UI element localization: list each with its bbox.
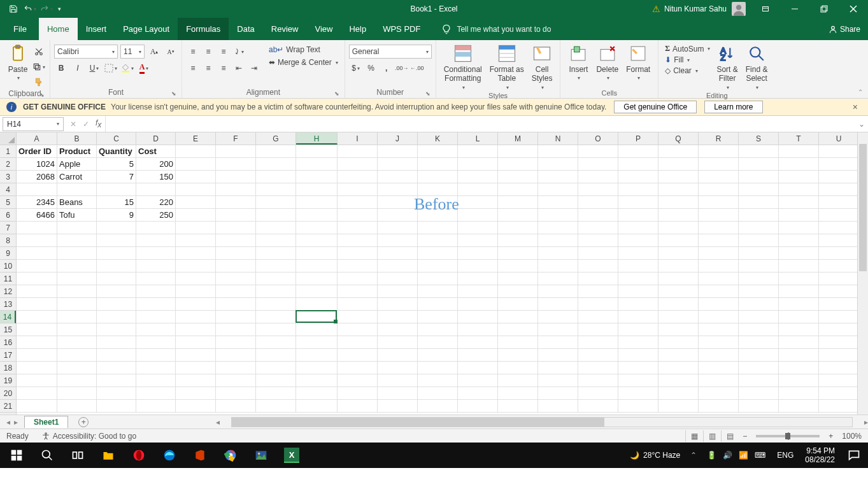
cell-Q1[interactable]: [658, 145, 699, 158]
column-header-K[interactable]: K: [418, 132, 458, 145]
column-header-U[interactable]: U: [819, 132, 859, 145]
enter-formula-button[interactable]: ✓: [83, 120, 89, 129]
cell-P10[interactable]: [618, 260, 658, 273]
cell-C5[interactable]: 15: [97, 196, 136, 209]
cell-E16[interactable]: [176, 336, 216, 349]
cell-S1[interactable]: [739, 145, 779, 158]
weather-widget[interactable]: 🌙 28°C Haze: [623, 451, 687, 460]
cell-J9[interactable]: [378, 247, 418, 260]
cell-D16[interactable]: [136, 336, 176, 349]
cell-P19[interactable]: [618, 374, 658, 387]
column-header-B[interactable]: B: [57, 132, 97, 145]
cell-R1[interactable]: [699, 145, 739, 158]
format-cells-button[interactable]: Format▾: [622, 42, 654, 83]
cell-M17[interactable]: [498, 349, 538, 362]
paste-button[interactable]: Paste▾: [4, 42, 32, 83]
cell-T14[interactable]: [779, 311, 819, 323]
cell-O7[interactable]: [578, 222, 618, 234]
cell-E2[interactable]: [176, 158, 216, 171]
cell-L19[interactable]: [458, 374, 498, 387]
delete-cells-button[interactable]: Delete▾: [592, 42, 622, 83]
cell-C18[interactable]: [97, 362, 136, 374]
cell-T19[interactable]: [779, 374, 819, 387]
increase-decimal-button[interactable]: .00→: [395, 61, 409, 75]
cell-K2[interactable]: [418, 158, 458, 171]
cell-K15[interactable]: [418, 323, 458, 336]
cell-B3[interactable]: Carrot: [57, 171, 97, 183]
cell-Q15[interactable]: [658, 323, 699, 336]
row-header-15[interactable]: 15: [0, 323, 16, 336]
cell-H4[interactable]: [296, 183, 338, 196]
cell-G20[interactable]: [256, 387, 296, 400]
cell-B17[interactable]: [57, 349, 97, 362]
cell-M11[interactable]: [498, 273, 538, 285]
cell-M8[interactable]: [498, 234, 538, 247]
cell-N5[interactable]: [538, 196, 578, 209]
collapse-ribbon-button[interactable]: ⌃: [858, 89, 863, 96]
cell-F10[interactable]: [216, 260, 256, 273]
cell-B2[interactable]: Apple: [57, 158, 97, 171]
percent-button[interactable]: %: [364, 61, 378, 75]
cell-A2[interactable]: 1024: [17, 158, 57, 171]
row-header-2[interactable]: 2: [0, 158, 16, 171]
cell-S11[interactable]: [739, 273, 779, 285]
cell-T9[interactable]: [779, 247, 819, 260]
cell-N7[interactable]: [538, 222, 578, 234]
cell-J10[interactable]: [378, 260, 418, 273]
cell-U7[interactable]: [819, 222, 859, 234]
clipboard-launcher[interactable]: ⬊: [39, 92, 45, 98]
font-launcher[interactable]: ⬊: [171, 90, 176, 97]
cell-A17[interactable]: [17, 349, 57, 362]
cell-J16[interactable]: [378, 336, 418, 349]
cell-F3[interactable]: [216, 171, 256, 183]
cell-E15[interactable]: [176, 323, 216, 336]
cell-T17[interactable]: [779, 349, 819, 362]
cell-B4[interactable]: [57, 183, 97, 196]
cell-D17[interactable]: [136, 349, 176, 362]
cell-R4[interactable]: [699, 183, 739, 196]
file-explorer-button[interactable]: [93, 443, 124, 468]
cell-Q2[interactable]: [658, 158, 699, 171]
keyboard-icon[interactable]: ⌨: [755, 451, 765, 460]
cell-E9[interactable]: [176, 247, 216, 260]
cell-R6[interactable]: [699, 209, 739, 222]
cell-U21[interactable]: [819, 400, 859, 413]
cell-I8[interactable]: [338, 234, 378, 247]
cell-O19[interactable]: [578, 374, 618, 387]
cell-S2[interactable]: [739, 158, 779, 171]
cell-R11[interactable]: [699, 273, 739, 285]
tab-help[interactable]: Help: [341, 18, 374, 40]
cell-Q7[interactable]: [658, 222, 699, 234]
close-button[interactable]: [839, 0, 868, 18]
cell-C9[interactable]: [97, 247, 136, 260]
cell-O14[interactable]: [578, 311, 618, 323]
cell-N21[interactable]: [538, 400, 578, 413]
cell-Q19[interactable]: [658, 374, 699, 387]
page-layout-view-button[interactable]: ▥: [703, 430, 721, 442]
column-header-H[interactable]: H: [296, 132, 338, 145]
cell-C13[interactable]: [97, 298, 136, 311]
opera-button[interactable]: [124, 443, 154, 468]
cell-A10[interactable]: [17, 260, 57, 273]
orientation-button[interactable]: ⤸▾: [232, 45, 246, 59]
cell-D14[interactable]: [136, 311, 176, 323]
cell-O1[interactable]: [578, 145, 618, 158]
get-genuine-button[interactable]: Get genuine Office: [614, 101, 697, 113]
merge-center-button[interactable]: ⬌ Merge & Center ▾: [266, 57, 341, 67]
cell-H20[interactable]: [296, 387, 338, 400]
cell-I17[interactable]: [338, 349, 378, 362]
cell-R12[interactable]: [699, 285, 739, 298]
zoom-level[interactable]: 100%: [837, 432, 862, 441]
cell-T2[interactable]: [779, 158, 819, 171]
cell-P15[interactable]: [618, 323, 658, 336]
cell-S9[interactable]: [739, 247, 779, 260]
photos-button[interactable]: [246, 443, 276, 468]
cell-K8[interactable]: [418, 234, 458, 247]
cell-I19[interactable]: [338, 374, 378, 387]
cell-U14[interactable]: [819, 311, 859, 323]
cell-U6[interactable]: [819, 209, 859, 222]
cell-I12[interactable]: [338, 285, 378, 298]
cell-I15[interactable]: [338, 323, 378, 336]
tab-formulas[interactable]: Formulas: [178, 18, 229, 40]
row-header-17[interactable]: 17: [0, 349, 16, 362]
